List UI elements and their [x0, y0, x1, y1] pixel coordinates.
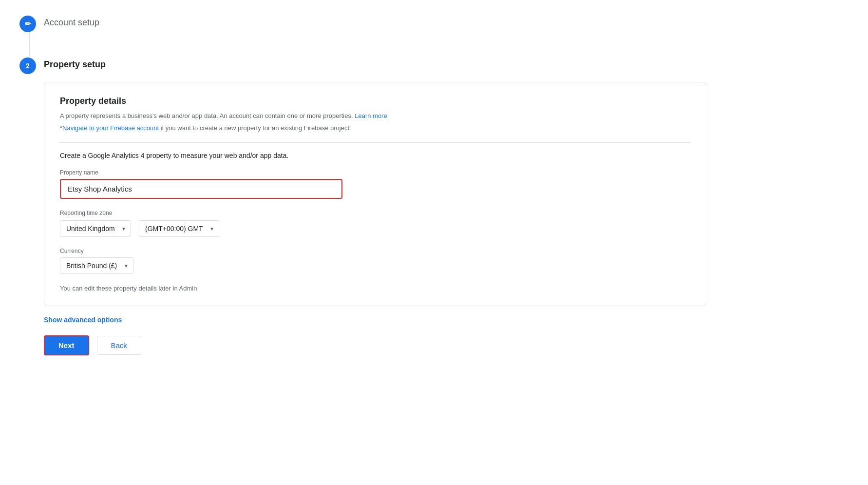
step2-circle: 2	[19, 58, 36, 74]
card-divider	[60, 142, 690, 143]
currency-section: Currency British Pound (£) US Dollar ($)…	[60, 248, 690, 274]
step-connector	[29, 32, 30, 57]
step2-number: 2	[26, 62, 30, 70]
description-text-3: if you want to create a new property for…	[161, 124, 351, 132]
timezone-offset-wrapper: (GMT+00:00) GMT (GMT+01:00) BST (GMT-05:…	[139, 220, 219, 237]
country-select-wrapper: United Kingdom United States Germany Fra…	[60, 220, 131, 237]
page-container: ✏ Account setup 2 Property setup Propert…	[0, 0, 868, 485]
timezone-offset-select[interactable]: (GMT+00:00) GMT (GMT+01:00) BST (GMT-05:…	[139, 220, 219, 237]
description-text-1: A property represents a business's web a…	[60, 112, 353, 119]
firebase-link[interactable]: *Navigate to your Firebase account	[60, 124, 159, 132]
edit-note: You can edit these property details late…	[60, 285, 690, 292]
pencil-icon: ✏	[25, 19, 31, 28]
currency-select-wrapper: British Pound (£) US Dollar ($) Euro (€)…	[60, 257, 133, 274]
timezone-label: Reporting time zone	[60, 210, 690, 216]
card-description-2: *Navigate to your Firebase account if yo…	[60, 123, 690, 134]
currency-select[interactable]: British Pound (£) US Dollar ($) Euro (€)	[60, 257, 133, 274]
timezone-section: Reporting time zone United Kingdom Unite…	[60, 210, 690, 237]
property-name-label: Property name	[60, 169, 690, 176]
timezone-row: United Kingdom United States Germany Fra…	[60, 220, 690, 237]
step1-label: Account setup	[44, 15, 99, 28]
step2-label: Property setup	[44, 57, 106, 70]
step-property-setup: 2 Property setup	[19, 57, 849, 74]
stepper: ✏ Account setup 2 Property setup Propert…	[19, 15, 849, 355]
ga4-description: Create a Google Analytics 4 property to …	[60, 152, 690, 159]
advanced-options-link[interactable]: Show advanced options	[44, 316, 849, 324]
property-card: Property details A property represents a…	[44, 82, 706, 306]
step1-circle: ✏	[19, 16, 36, 32]
card-description-1: A property represents a business's web a…	[60, 111, 690, 121]
next-button[interactable]: Next	[44, 335, 89, 355]
buttons-row: Next Back	[44, 335, 849, 355]
property-name-input[interactable]	[60, 179, 342, 199]
back-button[interactable]: Back	[97, 336, 141, 355]
country-select[interactable]: United Kingdom United States Germany Fra…	[60, 220, 131, 237]
currency-label: Currency	[60, 248, 690, 254]
card-title: Property details	[60, 96, 690, 106]
step-account-setup: ✏ Account setup	[19, 15, 849, 32]
learn-more-link[interactable]: Learn more	[355, 112, 387, 119]
